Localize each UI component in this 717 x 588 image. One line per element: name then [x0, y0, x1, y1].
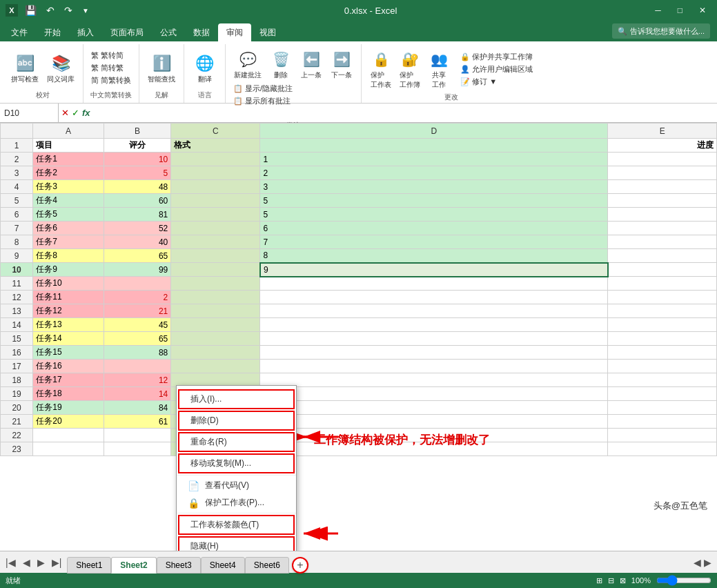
col-header-d[interactable]: D [260, 124, 608, 139]
cell-d10[interactable]: 9 [260, 263, 608, 277]
cell-b13[interactable]: 21 [104, 304, 171, 318]
cell-b21[interactable]: 61 [104, 415, 171, 429]
cell-a13[interactable]: 任务12 [33, 304, 104, 318]
cell-a6[interactable]: 任务5 [33, 208, 104, 222]
cell-e23[interactable] [608, 442, 717, 456]
cell-b3[interactable]: 5 [104, 166, 171, 180]
tab-pagelayout[interactable]: 页面布局 [102, 23, 152, 41]
cell-b19[interactable]: 14 [104, 387, 171, 401]
cell-e4[interactable] [608, 180, 717, 194]
cell-c17[interactable] [171, 360, 260, 373]
undo-btn[interactable]: ↶ [43, 3, 57, 17]
cell-b5[interactable]: 60 [104, 194, 171, 208]
cell-d16[interactable] [260, 346, 608, 360]
cell-c9[interactable] [171, 249, 260, 263]
cell-e18[interactable] [608, 373, 717, 387]
scroll-right-icon[interactable]: ▶ [704, 557, 711, 568]
cell-b10[interactable]: 99 [104, 263, 171, 277]
cell-d15[interactable] [260, 332, 608, 346]
cell-a17[interactable]: 任务16 [33, 360, 104, 373]
cell-d11[interactable] [260, 277, 608, 291]
sheet-tab-sheet6[interactable]: Sheet6 [245, 557, 289, 574]
cell-e5[interactable] [608, 194, 717, 208]
sheet-scroll[interactable]: A B C D E 1 项目 评分 格式 进度 [0, 123, 717, 551]
col-header-b[interactable]: B [104, 124, 171, 139]
cell-a22[interactable] [33, 429, 104, 442]
cell-b20[interactable]: 84 [104, 401, 171, 415]
cell-b9[interactable]: 65 [104, 249, 171, 263]
cell-a1[interactable]: 项目 [33, 139, 104, 153]
cell-d4[interactable]: 3 [260, 180, 608, 194]
minimize-btn[interactable]: ─ [649, 4, 667, 17]
cell-a12[interactable]: 任务11 [33, 291, 104, 304]
confirm-formula-icon[interactable]: ✓ [72, 108, 79, 118]
tab-insert[interactable]: 插入 [69, 23, 102, 41]
cell-c14[interactable] [171, 318, 260, 332]
cell-c12[interactable] [171, 291, 260, 304]
track-changes-btn[interactable]: 📝 修订 ▼ [458, 76, 535, 88]
cell-a21[interactable]: 任务20 [33, 415, 104, 429]
tab-formulas[interactable]: 公式 [152, 23, 185, 41]
cell-a7[interactable]: 任务6 [33, 222, 104, 235]
protect-sheet-btn[interactable]: 🔒 保护工作表 [367, 47, 395, 91]
tab-review[interactable]: 审阅 [218, 23, 251, 41]
cell-b22[interactable] [104, 429, 171, 442]
cell-b1[interactable]: 评分 [104, 139, 171, 153]
cell-d3[interactable]: 2 [260, 166, 608, 180]
col-header-c[interactable]: C [171, 124, 260, 139]
cell-e9[interactable] [608, 249, 717, 263]
cell-b14[interactable]: 45 [104, 318, 171, 332]
cell-e20[interactable] [608, 401, 717, 415]
cell-e16[interactable] [608, 346, 717, 360]
tab-prev-btn[interactable]: ◀ [20, 556, 33, 569]
cell-e6[interactable] [608, 208, 717, 222]
cell-a18[interactable]: 任务17 [33, 373, 104, 387]
cell-a15[interactable]: 任务14 [33, 332, 104, 346]
spellcheck-btn[interactable]: 🔤 拼写检查 [8, 51, 41, 86]
cell-a10[interactable]: 任务9 [33, 263, 104, 277]
cell-a3[interactable]: 任务2 [33, 166, 104, 180]
cell-c15[interactable] [171, 332, 260, 346]
cell-b23[interactable] [104, 442, 171, 456]
cell-c10[interactable] [171, 263, 260, 277]
delete-comment-btn[interactable]: 🗑️ 删除 [267, 47, 295, 81]
new-comment-btn[interactable]: 💬 新建批注 [231, 47, 264, 81]
tab-first-btn[interactable]: |◀ [3, 556, 19, 569]
cell-b11[interactable] [104, 277, 171, 291]
show-all-comments-btn[interactable]: 📋 显示所有批注 [231, 95, 295, 107]
allow-user-edit-btn[interactable]: 👤 允许用户编辑区域 [458, 63, 535, 75]
cell-c3[interactable] [171, 166, 260, 180]
cell-e21[interactable] [608, 415, 717, 429]
cell-c16[interactable] [171, 346, 260, 360]
cell-reference[interactable]: D10 [0, 104, 59, 122]
cell-a4[interactable]: 任务3 [33, 180, 104, 194]
view-normal-icon[interactable]: ⊞ [596, 576, 602, 585]
cell-b4[interactable]: 48 [104, 180, 171, 194]
redo-btn[interactable]: ↷ [61, 3, 75, 17]
next-comment-btn[interactable]: ➡️ 下一条 [328, 47, 355, 81]
smart-search-btn[interactable]: ℹ️ 智能查找 [145, 51, 178, 86]
ctx-movecopy[interactable]: 移动或复制(M)... [178, 453, 295, 473]
ctx-viewcode[interactable]: 📄 查看代码(V) [177, 477, 296, 494]
cell-e3[interactable] [608, 166, 717, 180]
cell-e1[interactable]: 进度 [608, 139, 717, 153]
cell-e19[interactable] [608, 387, 717, 401]
ctx-hide[interactable]: 隐藏(H) [178, 536, 295, 551]
cell-e11[interactable] [608, 277, 717, 291]
tab-view[interactable]: 视图 [251, 23, 284, 41]
quick-access-more[interactable]: ▼ [79, 6, 92, 16]
cell-c1[interactable]: 格式 [171, 139, 260, 153]
cell-c4[interactable] [171, 180, 260, 194]
cell-d7[interactable]: 6 [260, 222, 608, 235]
cell-d19[interactable] [260, 387, 608, 401]
cell-a14[interactable]: 任务13 [33, 318, 104, 332]
fan2jian-btn[interactable]: 繁 繁转简 [89, 50, 133, 61]
cell-e7[interactable] [608, 222, 717, 235]
cell-d1[interactable] [260, 139, 608, 153]
show-hide-comment-btn[interactable]: 📋 显示/隐藏批注 [231, 83, 295, 95]
cell-e8[interactable] [608, 235, 717, 249]
insert-function-icon[interactable]: fx [82, 108, 90, 118]
cell-c5[interactable] [171, 194, 260, 208]
cell-d9[interactable]: 8 [260, 249, 608, 263]
cell-c6[interactable] [171, 208, 260, 222]
